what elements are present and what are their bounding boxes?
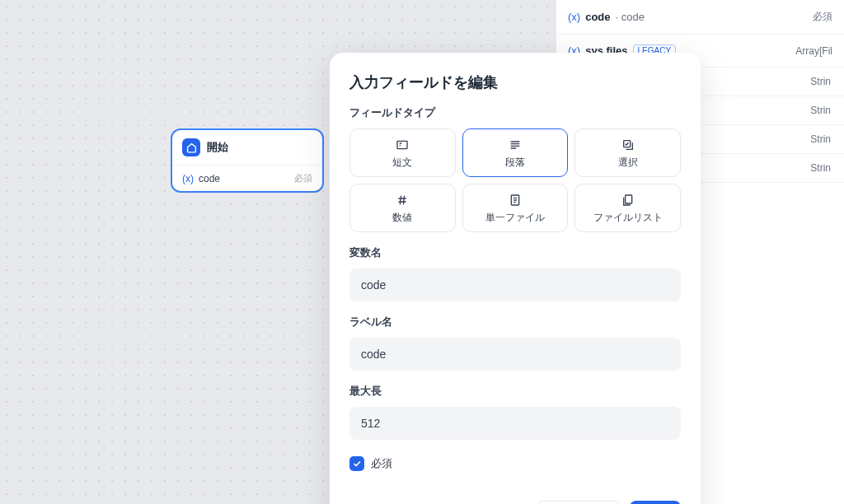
tile-label: 短文 [392,156,412,170]
paragraph-icon [508,138,523,152]
tile-label: 選択 [618,156,638,170]
checkbox-checked-icon[interactable] [349,456,364,471]
home-icon [182,138,200,156]
panel-var-name: code [585,11,610,23]
variable-required-badge: 必須 [294,172,312,184]
type-tile-select[interactable]: 選択 [574,128,681,177]
panel-var-required: 必須 [813,10,832,24]
select-icon [621,138,635,152]
modal-title: 入力フィールドを編集 [349,72,681,92]
svg-rect-0 [397,141,407,148]
variable-prefix-icon: (x) [568,11,580,23]
node-title: 開始 [207,140,228,155]
type-tile-file-list[interactable]: ファイルリスト [574,184,681,232]
tile-label: 段落 [505,156,525,170]
svg-rect-3 [625,195,631,203]
modal-footer: キャンセル 保存 [349,501,681,504]
short-text-icon [395,138,410,152]
panel-var-row-code[interactable]: (x) code · code 必須 [556,0,844,35]
field-type-grid: 短文 段落 選択 数値 単一ファイル [349,128,681,232]
tile-label: 数値 [392,211,412,225]
file-list-icon [621,193,635,208]
variable-name-label: 変数名 [349,245,681,260]
label-name-label: ラベル名 [349,315,681,329]
node-header: 開始 [172,130,322,165]
required-label: 必須 [371,456,392,471]
save-button[interactable]: 保存 [630,501,681,504]
file-icon [508,193,523,208]
variable-name: code [199,173,289,184]
tile-label: 単一ファイル [485,211,545,225]
cancel-button[interactable]: キャンセル [537,501,621,504]
variable-name-input[interactable] [349,268,681,301]
number-icon [395,193,410,208]
type-tile-paragraph[interactable]: 段落 [462,128,569,177]
start-node[interactable]: 開始 (x) code 必須 [171,128,324,193]
max-length-label: 最大長 [349,384,681,399]
type-tile-short-text[interactable]: 短文 [349,128,456,177]
type-tile-number[interactable]: 数値 [349,184,456,232]
panel-var-type: Array[Fil [795,45,832,57]
label-name-input[interactable] [349,338,681,371]
variable-prefix-icon: (x) [182,173,194,184]
node-variable-row[interactable]: (x) code 必須 [172,165,322,191]
panel-var-sub: · code [616,11,645,23]
type-tile-single-file[interactable]: 単一ファイル [462,184,569,232]
required-checkbox-row[interactable]: 必須 [349,456,681,471]
tile-label: ファイルリスト [593,211,663,225]
field-type-label: フィールドタイプ [349,105,681,120]
edit-field-modal: 入力フィールドを編集 フィールドタイプ 短文 段落 選択 数値 [330,53,701,504]
max-length-input[interactable] [349,407,681,440]
